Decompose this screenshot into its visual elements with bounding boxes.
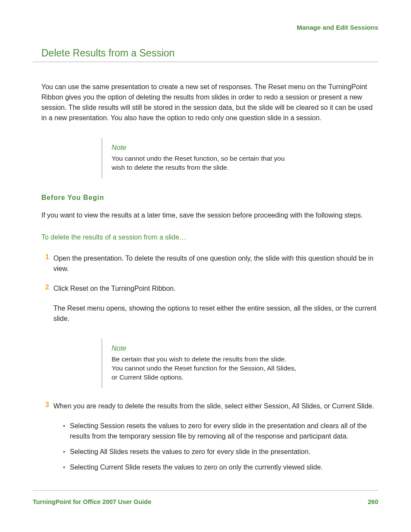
footer-doc-title: TurningPoint for Office 2007 User Guide bbox=[33, 498, 151, 505]
list-item: • Selecting All Slides resets the values… bbox=[63, 447, 377, 457]
intro-paragraph: You can use the same presentation to cre… bbox=[41, 82, 377, 123]
step-3: 3 When you are ready to delete the resul… bbox=[41, 401, 377, 411]
bullet-icon: • bbox=[63, 462, 70, 473]
step-1: 1 Open the presentation. To delete the r… bbox=[41, 253, 377, 274]
task-title: To delete the results of a session from … bbox=[41, 233, 377, 241]
note-body: You cannot undo the Reset function, so b… bbox=[112, 154, 299, 172]
section-title: Delete Results from a Session bbox=[33, 47, 378, 62]
step-text: When you are ready to delete the results… bbox=[49, 401, 374, 411]
before-you-begin-text: If you want to view the results at a lat… bbox=[41, 210, 377, 221]
step-number: 3 bbox=[39, 401, 49, 411]
note-block-2: Note Be certain that you wish to delete … bbox=[102, 339, 299, 388]
step-2: 2 Click Reset on the TurningPoint Ribbon… bbox=[41, 283, 377, 294]
note-block-1: Note You cannot undo the Reset function,… bbox=[102, 138, 299, 178]
bullet-text: Selecting Session resets the values to z… bbox=[70, 421, 377, 442]
note-label: Note bbox=[112, 144, 299, 152]
bullet-icon: • bbox=[63, 447, 70, 457]
bullet-text: Selecting All Slides resets the values t… bbox=[70, 447, 311, 457]
list-item: • Selecting Session resets the values to… bbox=[63, 421, 377, 442]
list-item: • Selecting Current Slide resets the val… bbox=[63, 462, 377, 473]
page-footer: TurningPoint for Office 2007 User Guide … bbox=[33, 490, 378, 505]
footer-page-number: 260 bbox=[368, 498, 378, 505]
before-you-begin-heading: Before You Begin bbox=[41, 194, 377, 202]
bullet-text: Selecting Current Slide resets the value… bbox=[70, 462, 323, 473]
note-body: Be certain that you wish to delete the r… bbox=[112, 355, 299, 382]
step-text: Click Reset on the TurningPoint Ribbon. bbox=[49, 283, 176, 294]
step-text: Open the presentation. To delete the res… bbox=[49, 253, 377, 274]
step-2-extra: The Reset menu opens, showing the option… bbox=[53, 303, 377, 324]
breadcrumb: Manage and Edit Sessions bbox=[33, 24, 378, 31]
note-label: Note bbox=[112, 345, 299, 352]
step-number: 2 bbox=[39, 283, 49, 294]
bullet-list: • Selecting Session resets the values to… bbox=[63, 421, 377, 473]
step-number: 1 bbox=[39, 253, 49, 274]
bullet-icon: • bbox=[63, 421, 70, 442]
